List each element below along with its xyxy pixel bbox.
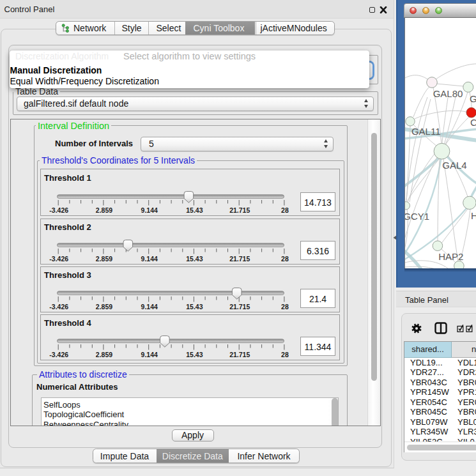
- svg-text:C: C: [470, 117, 476, 128]
- svg-text:GAL80: GAL80: [433, 88, 463, 99]
- svg-text:GAL11: GAL11: [411, 126, 441, 137]
- svg-text:GCY1: GCY1: [404, 211, 429, 222]
- svg-text:HI: HI: [471, 210, 476, 221]
- svg-text:GA: GA: [470, 93, 476, 104]
- svg-text:HAP2: HAP2: [438, 251, 463, 262]
- svg-text:GAL4: GAL4: [442, 160, 466, 171]
